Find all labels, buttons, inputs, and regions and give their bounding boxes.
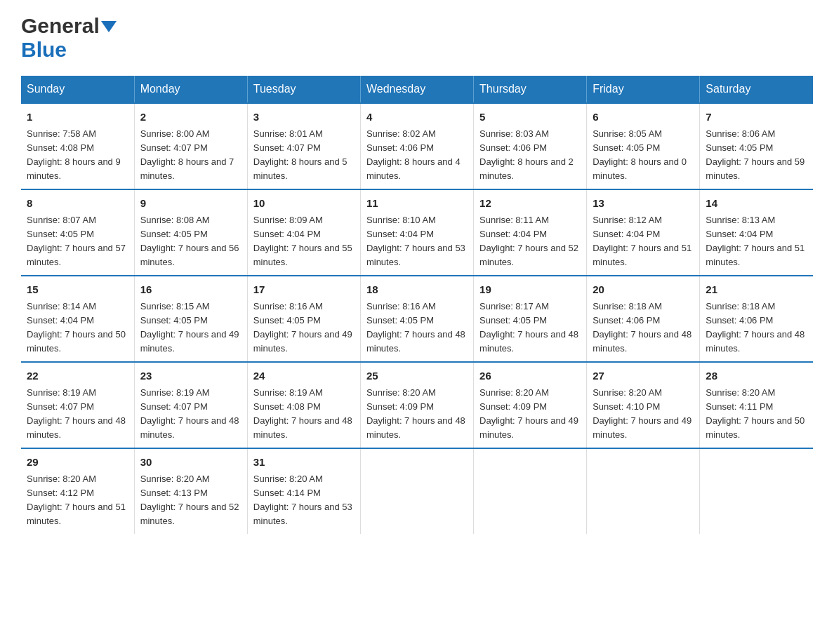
day-info: Sunrise: 8:16 AMSunset: 4:05 PMDaylight:… (253, 300, 355, 356)
calendar-cell (587, 448, 700, 534)
week-row-2: 8Sunrise: 8:07 AMSunset: 4:05 PMDaylight… (21, 189, 813, 276)
calendar-cell: 27Sunrise: 8:20 AMSunset: 4:10 PMDayligh… (587, 362, 700, 448)
calendar-header: SundayMondayTuesdayWednesdayThursdayFrid… (21, 76, 813, 103)
day-header-tuesday: Tuesday (247, 76, 360, 103)
day-number: 5 (479, 109, 581, 126)
calendar-cell: 22Sunrise: 8:19 AMSunset: 4:07 PMDayligh… (21, 362, 134, 448)
day-number: 8 (27, 196, 128, 212)
calendar-cell: 29Sunrise: 8:20 AMSunset: 4:12 PMDayligh… (21, 448, 134, 534)
week-row-5: 29Sunrise: 8:20 AMSunset: 4:12 PMDayligh… (21, 448, 813, 534)
calendar-cell: 26Sunrise: 8:20 AMSunset: 4:09 PMDayligh… (474, 362, 587, 448)
calendar-cell: 19Sunrise: 8:17 AMSunset: 4:05 PMDayligh… (474, 276, 587, 362)
calendar-body: 1Sunrise: 7:58 AMSunset: 4:08 PMDaylight… (21, 103, 813, 534)
calendar-cell: 20Sunrise: 8:18 AMSunset: 4:06 PMDayligh… (587, 276, 700, 362)
day-info: Sunrise: 8:18 AMSunset: 4:06 PMDaylight:… (593, 300, 694, 356)
calendar-cell: 25Sunrise: 8:20 AMSunset: 4:09 PMDayligh… (360, 362, 473, 448)
week-row-3: 15Sunrise: 8:14 AMSunset: 4:04 PMDayligh… (21, 276, 813, 362)
logo-triangle-icon (101, 20, 117, 34)
day-number: 17 (253, 282, 355, 298)
day-headers-row: SundayMondayTuesdayWednesdayThursdayFrid… (21, 76, 813, 103)
day-header-saturday: Saturday (700, 76, 813, 103)
week-row-1: 1Sunrise: 7:58 AMSunset: 4:08 PMDaylight… (21, 103, 813, 189)
day-info: Sunrise: 8:07 AMSunset: 4:05 PMDaylight:… (27, 213, 128, 270)
calendar-cell: 17Sunrise: 8:16 AMSunset: 4:05 PMDayligh… (247, 276, 360, 362)
calendar-cell: 14Sunrise: 8:13 AMSunset: 4:04 PMDayligh… (700, 189, 813, 276)
day-number: 4 (366, 109, 468, 126)
day-number: 1 (27, 109, 128, 126)
calendar-cell (474, 448, 587, 534)
calendar-cell: 31Sunrise: 8:20 AMSunset: 4:14 PMDayligh… (247, 448, 360, 534)
day-number: 14 (706, 196, 807, 212)
day-info: Sunrise: 8:06 AMSunset: 4:05 PMDaylight:… (706, 127, 807, 184)
day-number: 3 (253, 109, 355, 126)
calendar-cell: 16Sunrise: 8:15 AMSunset: 4:05 PMDayligh… (134, 276, 247, 362)
day-info: Sunrise: 8:16 AMSunset: 4:05 PMDaylight:… (366, 300, 468, 356)
day-number: 26 (479, 368, 581, 384)
calendar-cell: 2Sunrise: 8:00 AMSunset: 4:07 PMDaylight… (134, 103, 247, 189)
day-number: 13 (593, 196, 694, 212)
day-number: 24 (253, 368, 355, 384)
calendar-cell (700, 448, 813, 534)
day-number: 23 (140, 368, 241, 384)
day-info: Sunrise: 8:19 AMSunset: 4:07 PMDaylight:… (27, 386, 128, 443)
calendar-cell: 30Sunrise: 8:20 AMSunset: 4:13 PMDayligh… (134, 448, 247, 534)
day-number: 6 (593, 109, 694, 126)
day-info: Sunrise: 8:02 AMSunset: 4:06 PMDaylight:… (366, 127, 468, 184)
calendar-cell: 12Sunrise: 8:11 AMSunset: 4:04 PMDayligh… (474, 189, 587, 276)
day-info: Sunrise: 8:10 AMSunset: 4:04 PMDaylight:… (366, 213, 468, 270)
day-info: Sunrise: 7:58 AMSunset: 4:08 PMDaylight:… (27, 127, 128, 184)
calendar-cell: 24Sunrise: 8:19 AMSunset: 4:08 PMDayligh… (247, 362, 360, 448)
day-info: Sunrise: 8:20 AMSunset: 4:10 PMDaylight:… (593, 386, 694, 443)
calendar-cell: 3Sunrise: 8:01 AMSunset: 4:07 PMDaylight… (247, 103, 360, 189)
calendar-cell: 8Sunrise: 8:07 AMSunset: 4:05 PMDaylight… (21, 189, 134, 276)
svg-marker-0 (101, 21, 117, 32)
calendar-cell: 18Sunrise: 8:16 AMSunset: 4:05 PMDayligh… (360, 276, 473, 362)
day-info: Sunrise: 8:20 AMSunset: 4:09 PMDaylight:… (479, 386, 581, 443)
day-number: 10 (253, 196, 355, 212)
week-row-4: 22Sunrise: 8:19 AMSunset: 4:07 PMDayligh… (21, 362, 813, 448)
day-number: 20 (593, 282, 694, 298)
calendar-cell: 7Sunrise: 8:06 AMSunset: 4:05 PMDaylight… (700, 103, 813, 189)
day-number: 9 (140, 196, 241, 212)
day-info: Sunrise: 8:20 AMSunset: 4:11 PMDaylight:… (706, 386, 807, 443)
calendar-cell: 4Sunrise: 8:02 AMSunset: 4:06 PMDaylight… (360, 103, 473, 189)
day-header-monday: Monday (134, 76, 247, 103)
day-info: Sunrise: 8:01 AMSunset: 4:07 PMDaylight:… (253, 127, 355, 184)
day-info: Sunrise: 8:11 AMSunset: 4:04 PMDaylight:… (479, 213, 581, 270)
calendar-table: SundayMondayTuesdayWednesdayThursdayFrid… (21, 76, 813, 534)
day-header-thursday: Thursday (474, 76, 587, 103)
calendar-cell: 23Sunrise: 8:19 AMSunset: 4:07 PMDayligh… (134, 362, 247, 448)
day-number: 7 (706, 109, 807, 126)
day-info: Sunrise: 8:12 AMSunset: 4:04 PMDaylight:… (593, 213, 694, 270)
day-number: 21 (706, 282, 807, 298)
day-header-sunday: Sunday (21, 76, 134, 103)
day-number: 12 (479, 196, 581, 212)
day-info: Sunrise: 8:17 AMSunset: 4:05 PMDaylight:… (479, 300, 581, 356)
calendar-cell: 1Sunrise: 7:58 AMSunset: 4:08 PMDaylight… (21, 103, 134, 189)
day-info: Sunrise: 8:20 AMSunset: 4:13 PMDaylight:… (140, 472, 241, 529)
day-info: Sunrise: 8:15 AMSunset: 4:05 PMDaylight:… (140, 300, 241, 356)
calendar-cell: 21Sunrise: 8:18 AMSunset: 4:06 PMDayligh… (700, 276, 813, 362)
day-info: Sunrise: 8:20 AMSunset: 4:09 PMDaylight:… (366, 386, 468, 443)
day-number: 16 (140, 282, 241, 298)
day-number: 28 (706, 368, 807, 384)
day-number: 29 (27, 455, 128, 471)
calendar-cell: 5Sunrise: 8:03 AMSunset: 4:06 PMDaylight… (474, 103, 587, 189)
day-info: Sunrise: 8:20 AMSunset: 4:12 PMDaylight:… (27, 472, 128, 529)
day-info: Sunrise: 8:09 AMSunset: 4:04 PMDaylight:… (253, 213, 355, 270)
calendar-cell: 10Sunrise: 8:09 AMSunset: 4:04 PMDayligh… (247, 189, 360, 276)
calendar-cell: 11Sunrise: 8:10 AMSunset: 4:04 PMDayligh… (360, 189, 473, 276)
day-number: 27 (593, 368, 694, 384)
day-number: 30 (140, 455, 241, 471)
day-number: 31 (253, 455, 355, 471)
day-number: 18 (366, 282, 468, 298)
day-info: Sunrise: 8:00 AMSunset: 4:07 PMDaylight:… (140, 127, 241, 184)
logo-blue-text: Blue (21, 38, 67, 61)
page-header: General Blue (21, 14, 813, 62)
calendar-cell (360, 448, 473, 534)
day-number: 22 (27, 368, 128, 384)
logo: General Blue (21, 14, 117, 62)
day-header-wednesday: Wednesday (360, 76, 473, 103)
day-number: 11 (366, 196, 468, 212)
calendar-cell: 6Sunrise: 8:05 AMSunset: 4:05 PMDaylight… (587, 103, 700, 189)
